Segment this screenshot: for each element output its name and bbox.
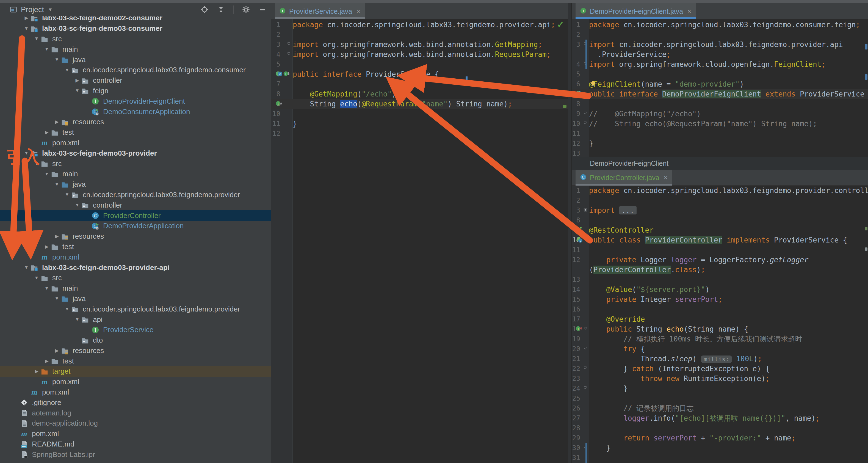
tree-item-labx-03-sc-feign-demo03-provider[interactable]: ▼labx-03-sc-feign-demo03-provider [0,148,271,158]
gutter-icons[interactable]: cI [275,70,290,79]
expanded-arrow-icon[interactable]: ▼ [32,36,41,41]
expanded-arrow-icon[interactable]: ▼ [42,47,51,52]
tab-demoproviderfeignclient-java[interactable]: IDemoProviderFeignClient.java× [576,3,696,19]
tree-item-cn-iocoder-springcloud-labx03-feigndemo-provider[interactable]: ▼cn.iocoder.springcloud.labx03.feigndemo… [0,304,271,314]
tree-item-readme-md[interactable]: MDREADME.md [0,439,271,450]
expanded-arrow-icon[interactable]: ▼ [42,171,51,177]
dbl-gutter-icon[interactable]: c [576,90,583,98]
tree-item-pom-xml[interactable]: mpom.xml [0,252,271,262]
expanded-arrow-icon[interactable]: ▼ [22,26,31,31]
tree-item-aoteman-log[interactable]: aoteman.log [0,408,271,418]
tree-item-java[interactable]: ▼java [0,179,271,190]
inspection-ok-icon[interactable]: ✓ [557,19,564,30]
collapsed-arrow-icon[interactable]: ▶ [42,129,51,135]
expanded-arrow-icon[interactable]: ▼ [32,161,41,166]
tree-item-controller[interactable]: ▶controller [0,75,271,86]
tree-item-labx-03-sc-feign-demo03-provider-api[interactable]: ▼labx-03-sc-feign-demo03-provider-api [0,262,271,273]
fold-marker-icon[interactable] [583,208,589,213]
collapsed-arrow-icon[interactable]: ▶ [53,348,61,353]
expanded-arrow-icon[interactable]: ▼ [63,67,71,73]
tree-item-labx-03-sc-feign-demo03-consumer[interactable]: ▼labx-03-sc-feign-demo03-consumer [0,23,271,34]
intention-bulb-icon[interactable] [590,80,597,88]
expanded-arrow-icon[interactable]: ▼ [22,150,31,156]
project-tree[interactable]: ▶labx-03-sc-feign-demo02-consumer▼labx-0… [0,13,271,460]
close-icon[interactable]: × [356,7,360,15]
fold-marker-icon[interactable] [583,121,589,126]
fold-marker-icon[interactable] [286,42,293,47]
collapse-all-icon[interactable] [217,5,225,14]
tree-item-java[interactable]: ▼java [0,55,271,65]
editor-splitter[interactable] [568,3,572,463]
chevron-down-icon[interactable]: ▼ [48,7,53,13]
tree-item-resources[interactable]: ▶resources [0,346,271,356]
tree-item-api[interactable]: ▼api [0,314,271,325]
expanded-arrow-icon[interactable]: ▼ [63,192,71,197]
tree-item-democonsumerapplication[interactable]: CDemoConsumerApplication [0,106,271,117]
close-icon[interactable]: × [664,174,668,182]
collapsed-arrow-icon[interactable]: ▶ [73,78,81,83]
tree-item-test[interactable]: ▶test [0,356,271,366]
collapsed-arrow-icon[interactable]: ▶ [53,234,61,239]
tree-item-src[interactable]: ▼src [0,273,271,283]
expanded-arrow-icon[interactable]: ▼ [53,57,61,62]
tree-item-target[interactable]: ▶target [0,366,271,377]
tree-item-test[interactable]: ▶test [0,127,271,138]
tree-item-pom-xml[interactable]: mpom.xml [0,429,271,439]
fold-marker-icon[interactable] [583,386,589,391]
tab-providercontroller-java[interactable]: CProviderController.java× [576,169,672,186]
tree-item-feign[interactable]: ▼feign [0,86,271,96]
impl-gutter-icon[interactable]: I [283,70,290,79]
tree-item-java[interactable]: ▼java [0,294,271,304]
expanded-arrow-icon[interactable]: ▼ [32,275,41,281]
tree-item-pom-xml[interactable]: mpom.xml [0,377,271,387]
expanded-arrow-icon[interactable]: ▼ [42,286,51,291]
collapsed-arrow-icon[interactable]: ▶ [22,15,31,21]
collapsed-arrow-icon[interactable]: ▶ [32,368,41,374]
tree-item-pom-xml[interactable]: mpom.xml [0,387,271,398]
breadcrumb[interactable]: DemoProviderFeignClient [572,157,868,169]
hide-panel-icon[interactable] [258,5,267,14]
collapsed-arrow-icon[interactable]: ▶ [53,119,61,125]
expanded-arrow-icon[interactable]: ▼ [53,296,61,301]
dbl-gutter-icon[interactable]: c [275,70,283,79]
locate-icon[interactable] [200,5,209,14]
ovr-gutter-icon[interactable]: I [576,325,583,333]
tree-item-src[interactable]: ▼src [0,34,271,44]
tree-item-src[interactable]: ▼src [0,158,271,169]
editor-providercontroller[interactable]: 1package cn.iocoder.springcloud.labx03.f… [572,186,868,463]
gutter-icons[interactable]: I [275,100,283,108]
leaf-gutter-icon[interactable] [576,226,583,234]
tree-item-main[interactable]: ▼main [0,283,271,294]
gutter-icons[interactable]: c [576,236,583,244]
editor-providerservice[interactable]: 1package cn.iocoder.springcloud.labx03.f… [271,19,568,463]
tree-item-providercontroller[interactable]: CProviderController [0,210,271,221]
tree-item-springboot-labs-ipr[interactable]: SpringBoot-Labs.ipr [0,449,271,460]
tree-item-cn-iocoder-springcloud-labx03-feigndemo-consumer[interactable]: ▼cn.iocoder.springcloud.labx03.feigndemo… [0,65,271,75]
fold-marker-icon[interactable] [583,326,589,332]
tree-item-resources[interactable]: ▶resources [0,231,271,242]
expanded-arrow-icon[interactable]: ▼ [73,203,81,208]
expanded-arrow-icon[interactable]: ▼ [73,317,81,322]
gutter-icons[interactable]: c [576,90,583,98]
tree-item-resources[interactable]: ▶resources [0,117,271,127]
tree-item-controller[interactable]: ▼controller [0,200,271,210]
expanded-arrow-icon[interactable]: ▼ [53,182,61,187]
tab-providerservice-java[interactable]: IProviderService.java× [275,3,365,19]
tree-item-demoproviderapplication[interactable]: CDemoProviderApplication [0,221,271,231]
expanded-arrow-icon[interactable]: ▼ [22,265,31,270]
expanded-arrow-icon[interactable]: ▼ [73,88,81,93]
tree-item-pom-xml[interactable]: mpom.xml [0,138,271,148]
editor-demoproviderfeignclient[interactable]: 1package cn.iocoder.springcloud.labx03.f… [572,19,868,158]
tree-item-demo-application-log[interactable]: demo-application.log [0,418,271,429]
gutter-icons[interactable]: I [576,325,583,333]
tree-item-demoproviderfeignclient[interactable]: IDemoProviderFeignClient [0,96,271,106]
tree-item-main[interactable]: ▼main [0,169,271,179]
fold-marker-icon[interactable] [286,52,293,57]
fold-marker-icon[interactable] [583,366,589,371]
close-icon[interactable]: × [687,7,691,15]
tree-item-providerservice[interactable]: IProviderService [0,325,271,335]
tree-item-dto[interactable]: dto [0,335,271,346]
tree-item-cn-iocoder-springcloud-labx03-feigndemo-provider[interactable]: ▼cn.iocoder.springcloud.labx03.feigndemo… [0,190,271,200]
fold-marker-icon[interactable] [583,111,589,117]
collapsed-arrow-icon[interactable]: ▶ [42,244,51,250]
